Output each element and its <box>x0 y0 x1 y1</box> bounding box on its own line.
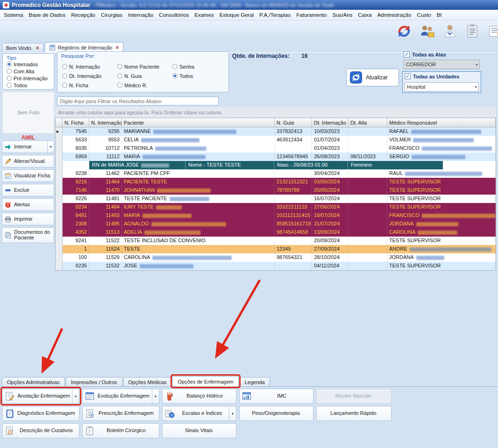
alas-dropdown[interactable]: CORREDOR ▼ <box>404 60 480 69</box>
table-row[interactable]: 923411484IURY TESTE3332221113327/06/2024… <box>56 203 496 211</box>
notes-icon[interactable] <box>465 23 481 39</box>
patients-icon[interactable] <box>419 23 435 39</box>
dropdown-arrow-icon[interactable]: ▼ <box>72 389 79 403</box>
bottom-tab-opcoes-de-enfermagem[interactable]: Opções de Enfermagem <box>172 376 238 386</box>
menu-item-consultorios[interactable]: Consultórios <box>156 11 192 19</box>
button-evolucao-enfermagem[interactable]: Evolução Enfermagem▼ <box>82 389 159 404</box>
bottom-tab-legenda[interactable]: Legenda <box>240 377 270 386</box>
column-header-n-guia[interactable]: N. Guia <box>275 118 312 127</box>
radio-n-ficha[interactable]: N. Ficha <box>62 82 88 89</box>
radio-label: Internados <box>14 62 38 67</box>
column-header-n-internacao[interactable]: N. Internação <box>89 118 122 127</box>
unidades-dropdown[interactable]: Hospital ▼ <box>405 82 479 91</box>
column-header-medico-responsavel[interactable]: Médico Responsável <box>387 118 496 127</box>
button-imc[interactable]: IMC <box>239 389 313 404</box>
radio-pre-internacao[interactable]: Pré-Internação <box>5 75 54 82</box>
button-diagnostico-enfermagem[interactable]: Diagnóstico Enfermagem <box>2 406 79 421</box>
bottom-tab-opcoes-adminstrativas[interactable]: Opções Adminstrativas <box>2 377 65 386</box>
column-header-paciente[interactable]: Paciente <box>122 118 275 127</box>
cell-paciente: ADELIA <box>122 228 275 237</box>
menu-item-cirurgias[interactable]: Cirurgias <box>98 11 125 19</box>
table-row[interactable]: 921611464PACIENTE TESTE2132131232103/05/… <box>56 178 496 186</box>
radio-nome-paciente[interactable]: Nome Paciente <box>117 63 159 70</box>
titlebar: Promedico Gestão Hospitalar - PMedico - … <box>0 0 498 10</box>
table-row[interactable]: 695911112MARIA1234567894526/08/202308/11… <box>56 153 496 161</box>
menu-item-recepcao[interactable]: Recepção <box>68 11 98 19</box>
radio-icon <box>62 64 67 69</box>
radio-senha[interactable]: Senha <box>172 63 194 70</box>
dropdown-arrow-icon[interactable]: ▼ <box>229 406 236 420</box>
sidebar-button-internar[interactable]: Internar▼ <box>2 140 54 153</box>
table-row[interactable]: 230811495AGNALDO85851516171831/07/2024JO… <box>56 220 496 228</box>
atualizar-button[interactable]: Atualizar <box>346 69 399 86</box>
button-prescricao-enfermagem[interactable]: Prescrição Enfermagem <box>82 406 159 421</box>
button-descricao-de-curativos[interactable]: Descrição de Curativos <box>2 423 79 438</box>
button-peso-oxigenoterapia[interactable]: Peso/Oxigenoterapia <box>239 406 313 421</box>
menu-item-base-de-dados[interactable]: Base de Dados <box>26 11 69 19</box>
table-row[interactable]: 435211513ADELIA9874541465813/09/2024CARO… <box>56 228 496 237</box>
column-header-dt-alta[interactable]: Dt. Alta <box>349 118 387 127</box>
table-row[interactable]: 10011529CAROLINA98765432128/10/2024JORDA… <box>56 253 496 262</box>
todas-alas-checkbox[interactable]: ✓ Todas as Alas <box>404 51 446 57</box>
menu-item-custo[interactable]: Custo <box>414 11 434 19</box>
table-row[interactable]: ▸75459295MARIANNE33783241310/03/2023RAFA… <box>56 127 496 136</box>
newborn-row[interactable]: RN de MARIA JOSENome - TESTE TESTENasc -… <box>56 161 496 169</box>
close-icon[interactable]: × <box>115 44 119 51</box>
table-row[interactable]: 923511532JOSE04/11/2024TESTE SUPERVISOR <box>56 262 496 270</box>
table-row[interactable]: 922611481TESTE PACIENTE16/07/2024TESTE S… <box>56 195 496 203</box>
radio-medico-r[interactable]: Médico R. <box>117 82 148 89</box>
sidebar-button-visualizar-ficha[interactable]: Visualizar Ficha <box>2 169 54 182</box>
button-escalas-e-indices[interactable]: ?Escalas e Índices▼ <box>162 406 236 421</box>
menu-item-caixa[interactable]: Caixa <box>355 11 374 19</box>
button-anotacao-enfermagem[interactable]: Anotação Enfermagem▼ <box>2 389 79 404</box>
button-lancamento-rapido[interactable]: Lançamento Rápido <box>316 406 391 421</box>
sidebar-button-excluir[interactable]: Excluir <box>2 184 54 196</box>
sidebar-button-imprimir[interactable]: Imprimir <box>2 213 54 225</box>
radio-todos[interactable]: Todos <box>172 72 193 79</box>
table-row[interactable]: 714611470JOHNATHAN7878978920/05/2024TEST… <box>56 186 496 195</box>
table-row[interactable]: 924111522TESTE INCLUSAO DE CONVENIO20/09… <box>56 237 496 245</box>
tab-bem-vindo[interactable]: Bem Vindo. × <box>2 43 43 53</box>
table-row[interactable]: 111524TESTE1234527/09/2024ANDRE <box>56 245 496 253</box>
redacted-text <box>155 147 206 151</box>
menu-item-sus-ans[interactable]: Sus/Ans <box>329 11 355 19</box>
menu-item-estoque-geral[interactable]: Estoque Geral <box>217 11 257 19</box>
dropdown-arrow-icon[interactable]: ▼ <box>152 389 159 403</box>
close-icon[interactable]: × <box>36 45 39 51</box>
button-boletim-cirurgico[interactable]: Boletim Cirúrgico <box>82 423 159 438</box>
column-header-dt-internacao[interactable]: Dt. Internação <box>312 118 349 127</box>
button-sinais-vitais[interactable]: Sinais Vitais <box>162 423 236 438</box>
cell-paciente: JOSE <box>122 262 275 270</box>
sync-icon[interactable] <box>396 23 412 39</box>
radio-internados[interactable]: Internados <box>5 61 54 68</box>
dropdown-arrow-icon[interactable]: ▼ <box>47 141 54 153</box>
radio-n-guia[interactable]: N. Guia <box>117 72 142 79</box>
menu-item-bi[interactable]: BI <box>434 11 445 19</box>
menu-item-internacao[interactable]: Internação <box>125 11 156 19</box>
table-row[interactable]: 803510712PETRONILA01/04/2023FRANCISCO <box>56 144 496 153</box>
menu-item-exames[interactable]: Exames <box>192 11 217 19</box>
bottom-tab-opcoes-medicas[interactable]: Opções Médicas <box>123 377 172 386</box>
filter-input[interactable] <box>57 97 219 105</box>
sidebar-button-alertas[interactable]: Alertas <box>2 198 54 211</box>
radio-todos[interactable]: Todos <box>5 82 54 89</box>
menu-item-p-a-terapias[interactable]: P.A./Terapias <box>256 11 293 19</box>
sidebar-button-documentos-do-paciente[interactable]: Documentos do Paciente <box>2 227 54 243</box>
cell-dt-alta <box>349 127 387 136</box>
menu-item-faturamento[interactable]: Faturamento <box>293 11 329 19</box>
staff-icon[interactable] <box>442 23 458 39</box>
bottom-tab-impressoes-outros[interactable]: Impressões / Outros <box>66 377 122 386</box>
radio-n-internacao[interactable]: N. Internação <box>62 63 100 70</box>
table-row[interactable]: 923811462PACIENTE PM CPF30/04/2024RAUL <box>56 169 496 178</box>
todas-unidades-checkbox[interactable]: ✓ Todas as Unidades <box>405 73 459 79</box>
menu-item-administracao[interactable]: Administração <box>375 11 414 19</box>
radio-dt-internacao[interactable]: Dt. Internação <box>62 72 101 79</box>
menu-item-sistema[interactable]: Sistema <box>1 11 26 19</box>
button-balanco-hidrico[interactable]: Balanço Hídrico <box>162 389 236 404</box>
table-row[interactable]: 56339553CELIA46391243401/07/2024VOLMER <box>56 136 496 144</box>
radio-com-alta[interactable]: Com Alta <box>5 68 54 75</box>
mail-icon[interactable] <box>488 23 498 39</box>
table-row[interactable]: 849111493MARIA10111213141518/07/2024FRAN… <box>56 211 496 220</box>
column-header-n-ficha[interactable]: N. Ficha <box>63 118 89 127</box>
sidebar-button-alterar-visual[interactable]: Alterar/Visual. <box>2 155 54 168</box>
